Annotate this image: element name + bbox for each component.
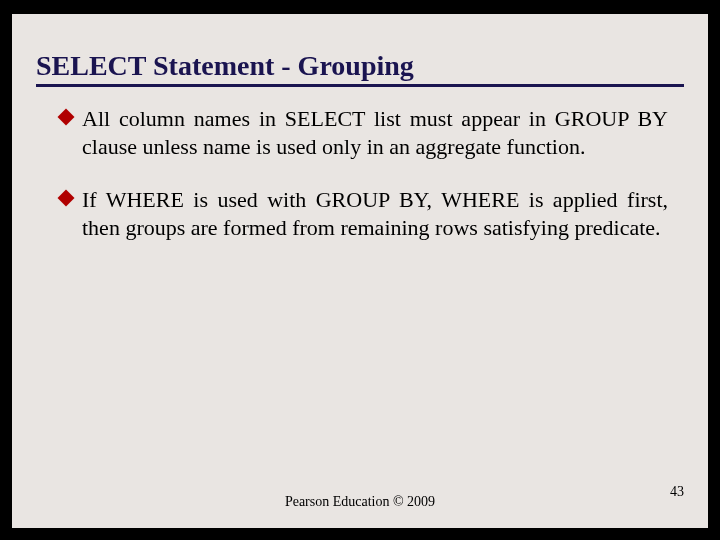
title-wrap: SELECT Statement - Grouping [12,14,708,87]
diamond-bullet-icon [58,189,75,206]
diamond-bullet-icon [58,109,75,126]
list-item-text: All column names in SELECT list must app… [82,106,668,159]
list-item: All column names in SELECT list must app… [60,105,668,161]
slide-title: SELECT Statement - Grouping [36,50,684,87]
slide-body: All column names in SELECT list must app… [12,87,708,242]
page-number: 43 [670,484,684,500]
footer-copyright: Pearson Education © 2009 [12,494,708,510]
list-item: If WHERE is used with GROUP BY, WHERE is… [60,186,668,242]
slide: SELECT Statement - Grouping All column n… [12,14,708,528]
list-item-text: If WHERE is used with GROUP BY, WHERE is… [82,187,668,240]
